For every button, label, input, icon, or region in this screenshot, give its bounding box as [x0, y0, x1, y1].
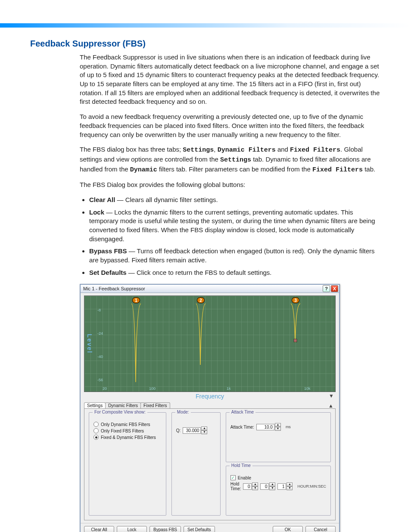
x-axis-label: Frequency [196, 393, 224, 400]
settings-panel: Settings Dynamic Filters Fixed Filters ▲… [84, 401, 336, 520]
attack-time-value: 10.0 [256, 424, 274, 430]
close-button[interactable]: X [331, 285, 338, 292]
radio-only-fixed[interactable]: Only Fixed FBS Filters [93, 428, 162, 433]
dialog-titlebar[interactable]: Mic 1 - Feedback Suppressor ? X [81, 285, 339, 293]
mode-title: Mode: [175, 410, 191, 414]
hold-enable-row[interactable]: Enable [230, 475, 326, 480]
dialog-button-row: Clear All Lock Bypass FBS Set Defaults O… [81, 523, 339, 532]
radio-only-dynamic[interactable]: Only Dynamic FBS Filters [93, 422, 162, 427]
tab-settings[interactable]: Settings [84, 402, 106, 408]
set-defaults-button[interactable]: Set Defaults [184, 526, 215, 532]
list-item-bypass: Bypass FBS — Turns off feedback detectio… [89, 247, 381, 264]
para3-pre: The FBS dialog box has three tabs; [80, 146, 181, 153]
page: Feedback Suppressor (FBS) The Feedback S… [0, 0, 411, 532]
ytick: -56 [97, 378, 103, 382]
graph-panel: Level -8 -24 -40 -56 20 100 1k 10k 1 2 [84, 296, 336, 400]
attack-time-title: Attack Time [230, 410, 255, 414]
and-word: and [277, 146, 288, 153]
code-settings: Settings [183, 146, 214, 154]
tab-fixed-filters[interactable]: Fixed Filters [140, 402, 170, 408]
ytick: -24 [97, 331, 103, 336]
xtick: 20 [103, 386, 107, 391]
list-item-clear-all: Clear All — Clears all dynamic filter se… [89, 196, 381, 205]
svg-rect-0 [294, 339, 297, 342]
cancel-button[interactable]: Cancel [305, 526, 336, 532]
top-gradient-bar [0, 23, 411, 28]
code-fixed-filters-2: Fixed Filters [312, 166, 363, 174]
help-button[interactable]: ? [323, 285, 330, 292]
rest-bypass: — Turns off feedback detection when enga… [89, 247, 375, 264]
code-dynamic: Dynamic [130, 166, 157, 174]
composite-view-title: For Composite View show: [93, 410, 147, 414]
hold-time-title: Hold Time [230, 463, 252, 468]
hold-unit: HOUR:MIN:SEC [297, 484, 326, 488]
paragraph-intro-1: The Feedback Suppressor is used in live … [80, 53, 381, 106]
q-label: Q: [176, 428, 181, 433]
bypass-fbs-button[interactable]: Bypass FBS [149, 526, 181, 532]
lock-button[interactable]: Lock [117, 526, 147, 532]
attack-unit: ms [286, 425, 291, 429]
ytick: -40 [97, 355, 103, 359]
attack-time-label: Attack Time: [230, 425, 254, 429]
paragraph-tabs: The FBS dialog box has three tabs; Setti… [80, 145, 381, 174]
notch-1 [131, 296, 141, 386]
ytick: -8 [97, 308, 101, 312]
list-item-lock: Lock — Locks the dynamic filters to the … [89, 208, 381, 244]
expand-panel-icon[interactable]: ▲ [328, 403, 333, 409]
content: Feedback Suppressor (FBS) The Feedback S… [30, 39, 381, 532]
paragraph-intro-2: To avoid a new feedback frequency overwr… [80, 112, 381, 139]
hold-sec: 1 [277, 483, 286, 490]
notch-2 [196, 296, 206, 369]
lead-bypass: Bypass FBS [89, 247, 127, 255]
q-spinner[interactable]: ▲▼ [201, 426, 207, 434]
radio-label: Fixed & Dynamic FBS Filters [101, 435, 156, 440]
hold-time-label: Hold Time: [230, 482, 241, 491]
tab-bar: Settings Dynamic Filters Fixed Filters [84, 401, 336, 408]
rest-clear-all: — Clears all dynamic filter settings. [115, 196, 218, 203]
buttons-list: Clear All — Clears all dynamic filter se… [89, 196, 381, 277]
xtick: 10k [304, 386, 311, 391]
section-heading: Feedback Suppressor (FBS) [30, 39, 381, 49]
code-dynamic-filters: Dynamic Filters [218, 146, 276, 154]
radio-label: Only Fixed FBS Filters [101, 429, 144, 433]
q-value: 30.000 [183, 427, 201, 434]
lead-set-defaults: Set Defaults [89, 269, 127, 276]
xtick: 100 [149, 386, 156, 391]
hold-min: 0 [260, 483, 269, 490]
radio-label: Only Dynamic FBS Filters [101, 422, 150, 427]
radio-icon [93, 422, 99, 427]
hold-enable-label: Enable [238, 476, 251, 480]
radio-icon [93, 435, 99, 440]
code-settings-2: Settings [220, 156, 251, 164]
para3-end: tab. [364, 165, 375, 173]
para3-mid3: filters tab. Filter parameters can be mo… [159, 165, 311, 173]
hold-hour-field[interactable]: 0 ▲▼ [243, 482, 258, 490]
attack-spinner[interactable]: ▲▼ [275, 423, 281, 431]
clear-all-button[interactable]: Clear All [84, 526, 114, 532]
attack-time-field[interactable]: 10.0 ▲▼ [256, 423, 281, 431]
rest-set-defaults: — Click once to return the FBS to defaul… [127, 269, 272, 276]
collapse-graph-icon[interactable]: ▼ [329, 393, 334, 399]
q-field[interactable]: 30.000 ▲▼ [183, 426, 207, 434]
hold-min-field[interactable]: 0 ▲▼ [260, 482, 275, 490]
hold-sec-field[interactable]: 1 ▲▼ [277, 482, 293, 490]
code-fixed-filters: Fixed Filters [290, 146, 340, 154]
checkbox-icon [230, 475, 236, 480]
lead-lock: Lock [89, 208, 104, 216]
frequency-graph[interactable]: Level -8 -24 -40 -56 20 100 1k 10k 1 2 [84, 296, 336, 392]
dialog-title-text: Mic 1 - Feedback Suppressor [83, 286, 145, 291]
hold-hour: 0 [243, 483, 252, 490]
notch-3 [291, 296, 300, 348]
ok-button[interactable]: OK [273, 526, 303, 532]
fbs-dialog: Mic 1 - Feedback Suppressor ? X Level -8… [80, 284, 340, 532]
y-axis-label: Level [86, 334, 93, 354]
radio-icon [93, 428, 99, 433]
list-item-set-defaults: Set Defaults — Click once to return the … [89, 268, 381, 277]
tab-dynamic-filters[interactable]: Dynamic Filters [105, 402, 141, 408]
lead-clear-all: Clear All [89, 196, 115, 203]
paragraph-buttons-intro: The FBS Dialog box provides the followin… [80, 180, 381, 190]
rest-lock: — Locks the dynamic filters to the curre… [89, 208, 375, 243]
xtick: 1k [227, 386, 231, 391]
radio-fixed-and-dynamic[interactable]: Fixed & Dynamic FBS Filters [93, 435, 162, 440]
